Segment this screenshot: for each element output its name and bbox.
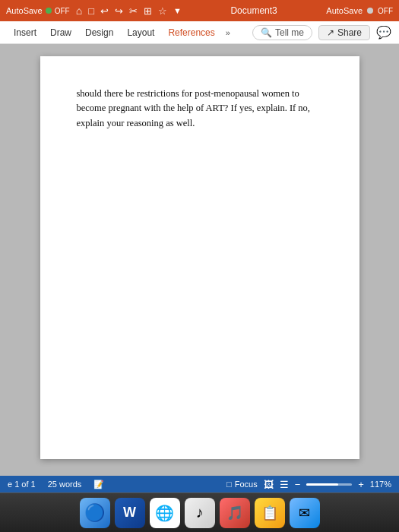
dock: 🔵 W 🌐 ♪ 🎵 📋 ✉ <box>0 492 399 532</box>
zoom-level: 117% <box>370 480 391 489</box>
scissors-icon[interactable]: ✂ <box>129 5 138 17</box>
view-icon2[interactable]: ☰ <box>280 479 289 490</box>
dock-music[interactable]: 🎵 <box>220 498 250 528</box>
dock-word[interactable]: W <box>115 498 145 528</box>
document-page[interactable]: should there be restrictions for post-me… <box>40 56 359 459</box>
comments-icon[interactable]: 💬 <box>376 25 391 40</box>
ribbon-right-actions: 🔍 Tell me ↗ Share 💬 <box>252 25 391 40</box>
home-icon[interactable]: ⌂ <box>76 5 82 17</box>
ribbon-insert[interactable]: Insert <box>8 24 43 41</box>
redo-icon[interactable]: ↪ <box>115 5 123 17</box>
zoom-minus[interactable]: − <box>295 479 301 490</box>
autosave-label: AutoSave <box>6 6 43 15</box>
focus-icon: □ <box>226 480 232 489</box>
dock-chrome[interactable]: 🌐 <box>150 498 180 528</box>
format-icon[interactable]: ⊞ <box>144 5 152 17</box>
chrome-icon: 🌐 <box>155 504 174 522</box>
zoom-plus[interactable]: + <box>358 479 364 490</box>
ribbon-more[interactable]: » <box>223 25 233 40</box>
share-label: Share <box>337 27 362 38</box>
view-icon1[interactable]: 🖼 <box>264 479 274 490</box>
itunes-icon: ♪ <box>196 504 204 521</box>
word-icon: W <box>123 505 136 521</box>
mail-icon: ✉ <box>299 505 310 521</box>
save-icon[interactable]: □ <box>88 5 94 17</box>
music-icon: 🎵 <box>226 505 243 521</box>
undo-icon[interactable]: ↩ <box>100 5 109 17</box>
dock-itunes[interactable]: ♪ <box>185 498 215 528</box>
autosave-left: AutoSave OFF <box>6 6 70 15</box>
title-bar: AutoSave OFF ⌂ □ ↩ ↪ ✂ ⊞ ☆ ▼ Document3 A… <box>0 0 399 21</box>
top-bar-right: AutoSave OFF <box>326 6 393 15</box>
ribbon-references[interactable]: References <box>162 24 220 41</box>
ribbon-draw[interactable]: Draw <box>44 24 78 41</box>
share-button[interactable]: ↗ Share <box>318 25 370 40</box>
search-icon: 🔍 <box>261 27 272 38</box>
ribbon-nav: Insert Draw Design Layout References » 🔍… <box>0 21 399 44</box>
focus-button[interactable]: □ Focus <box>226 480 258 489</box>
autosave-label-right: AutoSave <box>326 6 363 15</box>
autosave-state: OFF <box>55 7 70 15</box>
share-icon: ↗ <box>327 27 334 38</box>
ribbon-layout[interactable]: Layout <box>121 24 160 41</box>
more-icon[interactable]: ▼ <box>173 6 182 15</box>
autosave-indicator-right <box>367 8 373 14</box>
page-indicator: e 1 of 1 <box>8 480 36 489</box>
finder-icon: 🔵 <box>84 503 105 523</box>
dock-mail[interactable]: ✉ <box>290 498 320 528</box>
notes-icon: 📋 <box>261 505 278 521</box>
ribbon-design[interactable]: Design <box>79 24 119 41</box>
autosave-indicator <box>46 8 52 14</box>
dock-finder[interactable]: 🔵 <box>80 498 110 528</box>
zoom-fill <box>306 483 338 486</box>
document-area: should there be restrictions for post-me… <box>0 44 399 476</box>
dock-notes[interactable]: 📋 <box>255 498 285 528</box>
document-title: Document3 <box>188 5 320 16</box>
word-count: 25 words <box>48 480 82 489</box>
zoom-slider[interactable] <box>306 483 352 486</box>
star-icon[interactable]: ☆ <box>158 5 167 17</box>
tell-me-label: Tell me <box>275 27 304 38</box>
proofread-icon: 📝 <box>93 480 104 489</box>
tell-me-button[interactable]: 🔍 Tell me <box>252 25 312 40</box>
document-content[interactable]: should there be restrictions for post-me… <box>77 87 323 131</box>
status-right: □ Focus 🖼 ☰ − + 117% <box>226 479 391 490</box>
focus-label: Focus <box>235 480 258 489</box>
status-bar: e 1 of 1 25 words 📝 □ Focus 🖼 ☰ − + 117% <box>0 476 399 492</box>
autosave-state-right: OFF <box>378 7 393 15</box>
